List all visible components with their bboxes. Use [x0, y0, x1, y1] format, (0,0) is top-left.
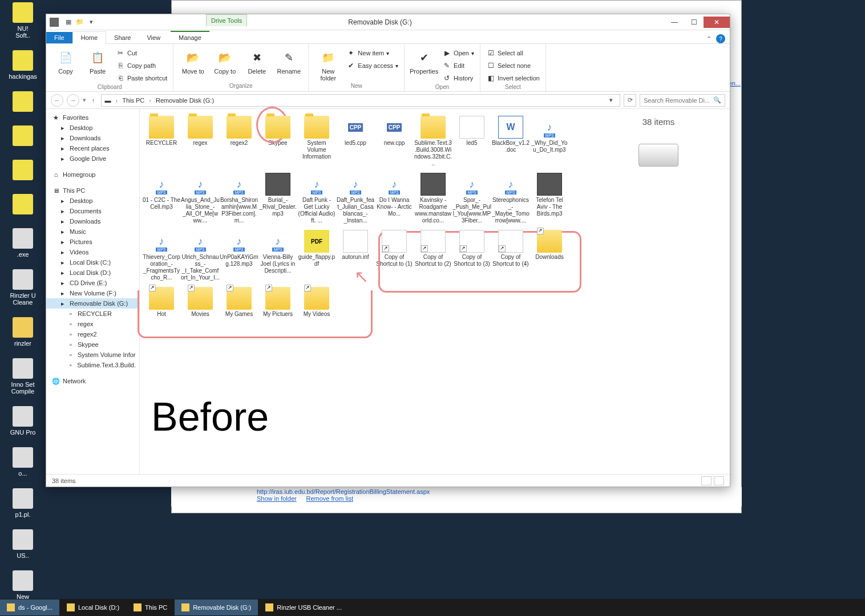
file-item[interactable]: MP301 - C2C - The Cell.mp3 — [142, 173, 181, 224]
easyaccess-button[interactable]: ✔Easy access ▾ — [346, 60, 398, 71]
taskbar-item[interactable]: Rinzler USB Cleaner ... — [258, 599, 349, 615]
delete-button[interactable]: ✖Delete — [243, 46, 270, 75]
file-item[interactable]: Copy of Shortcut to (4) — [491, 230, 530, 281]
nav-pc-item[interactable]: ▸New Volume (F:) — [46, 288, 139, 298]
nav-pc-item[interactable]: ▸Desktop — [46, 196, 139, 206]
desktop-icon[interactable]: Inno SetCompile — [2, 358, 43, 395]
desktop-icon[interactable] — [2, 160, 43, 183]
nav-pc-item[interactable]: ▸Documents — [46, 206, 139, 216]
desktop-icon[interactable] — [2, 91, 43, 114]
nav-sub-item[interactable]: ▫RECYCLER — [46, 309, 139, 319]
newitem-button[interactable]: ✦New item ▾ — [346, 47, 398, 59]
bg-show-in-folder[interactable]: Show in folder — [257, 495, 297, 502]
newfolder-button[interactable]: 📁New folder — [314, 46, 342, 82]
nav-favorites[interactable]: ★Favorites — [46, 112, 139, 123]
file-item[interactable]: autorun.inf — [336, 230, 375, 281]
forward-button[interactable]: → — [67, 94, 79, 107]
qat-newfolder-icon[interactable]: 📁 — [76, 18, 84, 26]
search-box[interactable]: 🔍 — [640, 94, 725, 107]
file-item[interactable]: Movies — [181, 287, 220, 318]
refresh-button[interactable]: ⟳ — [624, 94, 636, 107]
selectall-button[interactable]: ☑Select all — [486, 47, 540, 59]
nav-pc-item[interactable]: ▸Music — [46, 226, 139, 237]
nav-pc-item[interactable]: ▸CD Drive (E:) — [46, 278, 139, 288]
nav-homegroup[interactable]: ⌂Homegroup — [46, 169, 139, 180]
desktop-icon[interactable] — [2, 194, 43, 217]
recent-dropdown-icon[interactable]: ▾ — [83, 96, 86, 104]
nav-sub-item[interactable]: ▫Skypee — [46, 339, 139, 350]
file-item[interactable]: MP3Daft_Punk_feat_Julian_Casablancas_-_I… — [336, 173, 375, 224]
file-item[interactable]: MP3Do I Wanna Know- - Arctic Mo... — [375, 173, 414, 224]
breadcrumb[interactable]: ▬ This PC Removable Disk (G:) ▾ — [101, 94, 621, 107]
file-item[interactable]: My Pictuers — [258, 287, 297, 318]
properties-button[interactable]: ✔Properties — [410, 46, 438, 75]
nav-fav-item[interactable]: ▸Google Drive — [46, 153, 139, 164]
file-item[interactable]: MP3Ulrich_Schnauss_-_I_Take_Comfort_In_Y… — [181, 230, 220, 281]
history-button[interactable]: ↺History — [442, 72, 474, 84]
copypath-button[interactable]: ⎘Copy path — [116, 60, 167, 71]
view-details-button[interactable] — [701, 476, 712, 485]
qat-properties-icon[interactable]: ▦ — [64, 18, 72, 26]
desktop-icon[interactable]: US.. — [2, 529, 43, 559]
file-item[interactable]: MP3Thievery_Corporation_-_FragmentsTycho… — [142, 230, 181, 281]
crumb-dropdown-icon[interactable]: ▾ — [606, 96, 616, 104]
nav-sub-item[interactable]: ▫Sublime.Text.3.Build. — [46, 360, 139, 370]
taskbar-item[interactable]: Local Disk (D:) — [60, 599, 126, 615]
file-item[interactable]: Hot — [142, 287, 181, 318]
copy-button[interactable]: 📄Copy — [52, 46, 79, 75]
bg-remove-from-list[interactable]: Remove from list — [306, 495, 354, 502]
file-item[interactable]: My Videos — [297, 287, 336, 318]
crumb-thispc[interactable]: This PC — [122, 97, 144, 104]
file-item[interactable]: MP3Stereophonics_-_Maybe_Tomorrow[www...… — [491, 173, 530, 224]
nav-fav-item[interactable]: ▸Recent places — [46, 143, 139, 153]
nav-pc-item[interactable]: ▸Local Disk (D:) — [46, 268, 139, 278]
copyto-button[interactable]: 📂Copy to — [211, 46, 239, 75]
selectnone-button[interactable]: ☐Select none — [486, 60, 540, 71]
tab-view[interactable]: View — [139, 32, 168, 43]
file-item[interactable]: MP3Vienna-Billy Joel (Lyrics in Descript… — [258, 230, 297, 281]
nav-thispc[interactable]: 🖥This PC — [46, 185, 139, 196]
desktop-icon[interactable]: hackingas — [2, 50, 43, 80]
desktop-icon[interactable]: .exe — [2, 228, 43, 258]
desktop-icon[interactable]: GNU Pro — [2, 406, 43, 436]
file-item[interactable]: Telefon Tel Aviv - The Birds.mp3 — [530, 173, 569, 224]
rename-button[interactable]: ✎Rename — [275, 46, 302, 75]
file-item[interactable]: Copy of Shortcut to (3) — [452, 230, 491, 281]
open-button[interactable]: ▶Open ▾ — [442, 47, 474, 59]
maximize-button[interactable]: ☐ — [684, 17, 704, 28]
nav-sub-item[interactable]: ▫regex — [46, 319, 139, 329]
file-item[interactable]: MP3_Why_Did_You_Do_It.mp3 — [530, 116, 569, 167]
file-item[interactable]: led5 — [452, 116, 491, 167]
search-input[interactable] — [644, 97, 711, 104]
file-item[interactable]: My Games — [220, 287, 258, 318]
tab-share[interactable]: Share — [106, 32, 139, 43]
file-item[interactable]: Copy of Shortcut to (2) — [414, 230, 452, 281]
nav-fav-item[interactable]: ▸Downloads — [46, 133, 139, 143]
taskbar-item[interactable]: ds - Googl... — [0, 599, 59, 615]
help-icon[interactable]: ? — [716, 34, 725, 43]
desktop-icon[interactable]: NU!Soft.. — [2, 2, 43, 39]
context-tab-drive-tools[interactable]: Drive Tools — [206, 14, 247, 26]
invertselection-button[interactable]: ◧Invert selection — [486, 72, 540, 84]
tab-manage[interactable]: Manage — [171, 31, 209, 43]
file-item[interactable]: Skypee — [258, 116, 297, 167]
nav-sub-item[interactable]: ▫System Volume Infor — [46, 350, 139, 360]
tab-file[interactable]: File — [46, 32, 72, 43]
file-item[interactable]: regex — [181, 116, 220, 167]
file-item[interactable]: MP3UnP0aKAYiGmg.128.mp3 — [220, 230, 258, 281]
desktop-icon[interactable]: p1.pl. — [2, 488, 43, 518]
nav-sub-item[interactable]: ▫regex2 — [46, 329, 139, 339]
nav-pc-item[interactable]: ▸Local Disk (C:) — [46, 257, 139, 268]
file-item[interactable]: Burial_-_Rival_Dealer.mp3 — [258, 173, 297, 224]
close-button[interactable]: ✕ — [704, 17, 730, 28]
file-item[interactable]: regex2 — [220, 116, 258, 167]
taskbar-item[interactable]: This PC — [127, 599, 174, 615]
edit-button[interactable]: ✎Edit — [442, 60, 474, 71]
file-item[interactable]: Kavinsky - Roadgame www.manstaworld.co..… — [414, 173, 452, 224]
desktop-icon[interactable]: rinzler — [2, 317, 43, 347]
desktop-icon[interactable] — [2, 125, 43, 148]
view-icons-button[interactable] — [714, 476, 724, 485]
file-item[interactable]: new.cpp — [375, 116, 414, 167]
nav-network[interactable]: 🌐Network — [46, 376, 139, 386]
nav-pc-item[interactable]: ▸Downloads — [46, 216, 139, 226]
